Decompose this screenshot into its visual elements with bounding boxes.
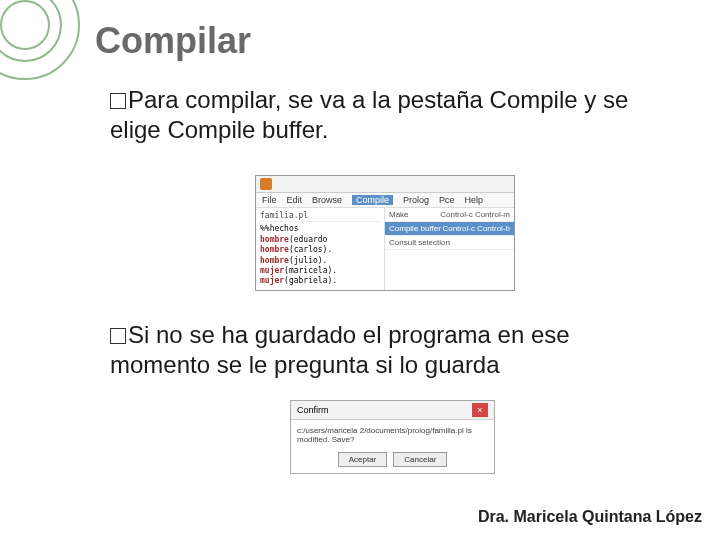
paragraph-2: Si no se ha guardado el programa en ese … — [110, 320, 670, 390]
dropdown-item-compile-buffer[interactable]: Compile buffer Control-c Control-b — [385, 222, 514, 236]
editor-filename: familia.pl — [260, 211, 380, 222]
menu-pce[interactable]: Pce — [439, 195, 455, 205]
menu-compile[interactable]: Compile — [352, 195, 393, 205]
compile-dropdown: Make Control-c Control-m Compile buffer … — [385, 208, 514, 290]
menu-help[interactable]: Help — [465, 195, 484, 205]
code-line: hombre(julio). — [260, 256, 380, 266]
dropdown-item-make[interactable]: Make Control-c Control-m — [385, 208, 514, 222]
code-line: hombre(eduardo — [260, 235, 380, 245]
menu-edit[interactable]: Edit — [287, 195, 303, 205]
paragraph-1: Para compilar, se va a la pestaña Compil… — [110, 85, 670, 155]
app-icon — [260, 178, 272, 190]
menu-prolog[interactable]: Prolog — [403, 195, 429, 205]
dropdown-item-consult[interactable]: Consult selection — [385, 236, 514, 250]
p2-body: no se ha guardado el programa en ese mom… — [110, 321, 570, 378]
editor-menu-bar: File Edit Browse Compile Prolog Pce Help — [256, 193, 514, 208]
confirm-dialog: Confirm × c:/users/maricela 2/documents/… — [290, 400, 495, 474]
p1-body: compilar, se va a la pestaña Compile y s… — [110, 86, 628, 143]
menu-file[interactable]: File — [262, 195, 277, 205]
page-title: Compilar — [95, 20, 251, 62]
editor-screenshot: File Edit Browse Compile Prolog Pce Help… — [255, 175, 515, 291]
code-line: mujer(gabriela). — [260, 276, 380, 286]
close-icon[interactable]: × — [472, 403, 488, 417]
code-line: hombre(carlos). — [260, 245, 380, 255]
editor-code-pane: familia.pl %%hechos hombre(eduardo hombr… — [256, 208, 385, 290]
bullet-icon — [110, 93, 126, 109]
code-line: %%hechos — [260, 224, 380, 234]
p1-lead: Para — [128, 86, 179, 113]
accept-button[interactable]: Aceptar — [338, 452, 388, 467]
bullet-icon — [110, 328, 126, 344]
p2-lead: Si — [128, 321, 149, 348]
dialog-message: c:/users/maricela 2/documents/prolog/fam… — [291, 420, 494, 448]
dialog-title: Confirm — [297, 405, 329, 415]
cancel-button[interactable]: Cancelar — [393, 452, 447, 467]
code-line: mujer(maricela). — [260, 266, 380, 276]
author-footer: Dra. Maricela Quintana López — [478, 508, 702, 526]
slide-decoration — [0, 0, 100, 100]
menu-browse[interactable]: Browse — [312, 195, 342, 205]
